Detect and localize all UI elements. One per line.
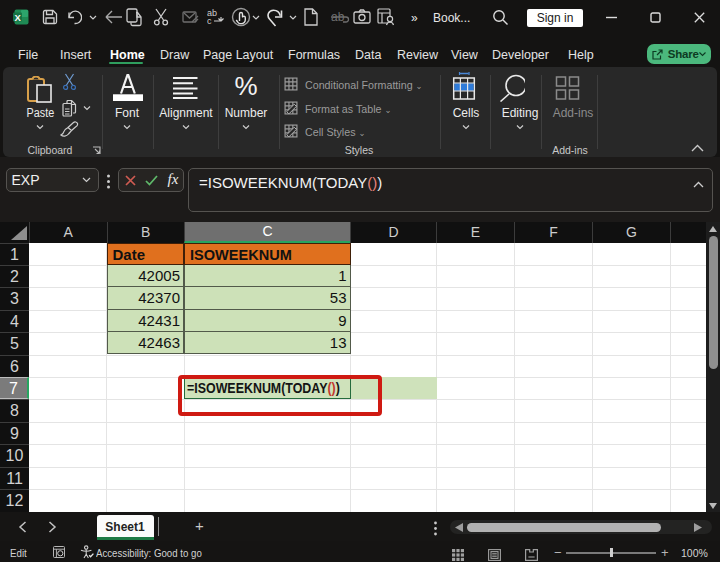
svg-text:X: X <box>14 12 21 23</box>
svg-text:c: c <box>207 16 212 26</box>
